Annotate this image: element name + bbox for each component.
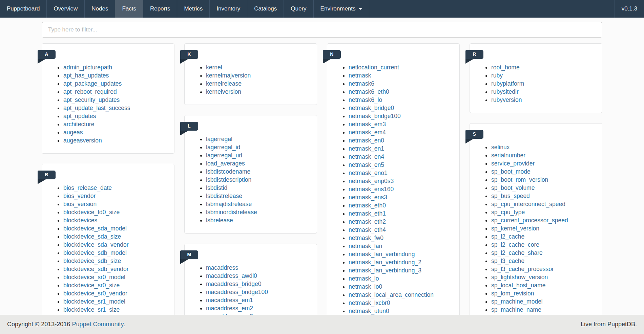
fact-link-bios_release_date[interactable]: bios_release_date — [63, 184, 112, 191]
fact-link-blockdevice_sr1_model[interactable]: blockdevice_sr1_model — [63, 298, 125, 305]
fact-link-rubyversion[interactable]: rubyversion — [491, 96, 522, 103]
fact-link-netmask_ens160[interactable]: netmask_ens160 — [349, 186, 394, 193]
fact-link-netmask_en5[interactable]: netmask_en5 — [349, 161, 384, 168]
fact-link-netmask_eth0[interactable]: netmask_eth0 — [349, 202, 386, 209]
fact-link-kernel[interactable]: kernel — [206, 64, 222, 71]
fact-link-netmask_eth4[interactable]: netmask_eth4 — [349, 226, 386, 233]
fact-link-blockdevice_fd0_size[interactable]: blockdevice_fd0_size — [63, 209, 120, 216]
fact-link-sp_boot_volume[interactable]: sp_boot_volume — [491, 184, 535, 191]
fact-link-rubyplatform[interactable]: rubyplatform — [491, 80, 524, 87]
fact-link-blockdevice_sdb_model[interactable]: blockdevice_sdb_model — [63, 249, 127, 256]
fact-link-lsbdistrelease[interactable]: lsbdistrelease — [206, 193, 242, 199]
fact-link-augeas[interactable]: augeas — [63, 129, 83, 136]
fact-link-sp_local_host_name[interactable]: sp_local_host_name — [491, 282, 546, 289]
fact-link-macaddress_em2[interactable]: macaddress_em2 — [206, 305, 253, 312]
puppet-community-link[interactable]: Puppet Community — [72, 321, 123, 328]
fact-link-sp_boot_mode[interactable]: sp_boot_mode — [491, 168, 531, 175]
fact-link-netmask_lxcbr0[interactable]: netmask_lxcbr0 — [349, 299, 390, 306]
fact-link-blockdevice_sdb_vendor[interactable]: blockdevice_sdb_vendor — [63, 266, 129, 272]
fact-link-bios_vendor[interactable]: bios_vendor — [63, 193, 96, 199]
fact-link-netmask_em3[interactable]: netmask_em3 — [349, 121, 386, 128]
fact-link-load_averages[interactable]: load_averages — [206, 160, 245, 167]
fact-link-kernelrelease[interactable]: kernelrelease — [206, 80, 242, 87]
fact-link-architecture[interactable]: architecture — [63, 121, 94, 128]
fact-link-lsbdistdescription[interactable]: lsbdistdescription — [206, 176, 251, 183]
fact-link-sp_l3_cache[interactable]: sp_l3_cache — [491, 258, 524, 264]
fact-link-blockdevice_sr0_size[interactable]: blockdevice_sr0_size — [63, 282, 120, 289]
fact-link-lagerregal[interactable]: lagerregal — [206, 136, 232, 142]
tab-nodes[interactable]: Nodes — [85, 0, 115, 18]
fact-link-netmask_bridge100[interactable]: netmask_bridge100 — [349, 113, 401, 119]
fact-link-netmask_eno1[interactable]: netmask_eno1 — [349, 170, 388, 176]
fact-link-netmask_local_area_connection[interactable]: netmask_local_area_connection — [349, 291, 434, 298]
fact-link-netmask_lan_verbindung_2[interactable]: netmask_lan_verbindung_2 — [349, 259, 421, 266]
fact-link-lsbrelease[interactable]: lsbrelease — [206, 217, 233, 224]
fact-link-netmask_eth1[interactable]: netmask_eth1 — [349, 210, 386, 217]
fact-link-blockdevice_sr0_vendor[interactable]: blockdevice_sr0_vendor — [63, 290, 127, 297]
fact-link-sp_boot_rom_version[interactable]: sp_boot_rom_version — [491, 176, 548, 183]
fact-link-sp_l2_cache_core[interactable]: sp_l2_cache_core — [491, 241, 539, 248]
fact-link-blockdevice_sr1_size[interactable]: blockdevice_sr1_size — [63, 306, 120, 313]
fact-link-augeasversion[interactable]: augeasversion — [63, 137, 102, 144]
fact-link-selinux[interactable]: selinux — [491, 144, 510, 151]
fact-link-apt_has_updates[interactable]: apt_has_updates — [63, 72, 109, 79]
fact-link-netmask_utun0[interactable]: netmask_utun0 — [349, 308, 389, 314]
fact-link-kernelmajversion[interactable]: kernelmajversion — [206, 72, 251, 79]
fact-link-netmask_enp0s3[interactable]: netmask_enp0s3 — [349, 178, 394, 184]
fact-link-netmask6_lo[interactable]: netmask6_lo — [349, 96, 382, 103]
fact-link-apt_updates[interactable]: apt_updates — [63, 113, 96, 119]
tab-inventory[interactable]: Inventory — [210, 0, 247, 18]
fact-link-blockdevice_sr0_model[interactable]: blockdevice_sr0_model — [63, 274, 125, 281]
fact-link-macaddress_bridge100[interactable]: macaddress_bridge100 — [206, 289, 268, 295]
fact-link-macaddress_awdl0[interactable]: macaddress_awdl0 — [206, 272, 257, 279]
tab-metrics[interactable]: Metrics — [177, 0, 210, 18]
fact-link-bios_version[interactable]: bios_version — [63, 201, 97, 207]
fact-link-netlocation_current[interactable]: netlocation_current — [349, 64, 399, 71]
tab-overview[interactable]: Overview — [47, 0, 85, 18]
fact-link-sp_lom_revision[interactable]: sp_lom_revision — [491, 290, 534, 297]
fact-link-netmask_em4[interactable]: netmask_em4 — [349, 129, 386, 136]
fact-link-macaddress_bridge0[interactable]: macaddress_bridge0 — [206, 281, 261, 287]
fact-link-sp_l2_cache_share[interactable]: sp_l2_cache_share — [491, 249, 543, 256]
fact-link-ruby[interactable]: ruby — [491, 72, 503, 79]
fact-link-lsbmajdistrelease[interactable]: lsbmajdistrelease — [206, 201, 252, 207]
filter-input[interactable] — [42, 22, 602, 38]
tab-query[interactable]: Query — [284, 0, 313, 18]
fact-link-kernelversion[interactable]: kernelversion — [206, 88, 241, 95]
fact-link-netmask_lo0[interactable]: netmask_lo0 — [349, 283, 382, 290]
fact-link-root_home[interactable]: root_home — [491, 64, 520, 71]
fact-link-netmask6_eth0[interactable]: netmask6_eth0 — [349, 88, 389, 95]
fact-link-netmask_lan_verbindung_3[interactable]: netmask_lan_verbindung_3 — [349, 267, 421, 274]
fact-link-netmask_lan_verbindung[interactable]: netmask_lan_verbindung — [349, 251, 415, 258]
fact-link-netmask_bridge0[interactable]: netmask_bridge0 — [349, 105, 394, 111]
fact-link-apt_security_updates[interactable]: apt_security_updates — [63, 96, 120, 103]
fact-link-blockdevice_sda_model[interactable]: blockdevice_sda_model — [63, 225, 127, 232]
fact-link-blockdevice_sda_size[interactable]: blockdevice_sda_size — [63, 233, 121, 240]
fact-link-sp_current_processor_speed[interactable]: sp_current_processor_speed — [491, 217, 568, 224]
fact-link-lsbdistcodename[interactable]: lsbdistcodename — [206, 168, 250, 175]
fact-link-lagerregal_id[interactable]: lagerregal_id — [206, 144, 240, 151]
fact-link-netmask_lo[interactable]: netmask_lo — [349, 275, 379, 282]
fact-link-serialnumber[interactable]: serialnumber — [491, 152, 525, 159]
brand-puppetboard[interactable]: Puppetboard — [0, 0, 47, 18]
fact-link-sp_machine_name[interactable]: sp_machine_name — [491, 306, 541, 313]
fact-link-netmask_en0[interactable]: netmask_en0 — [349, 137, 384, 144]
fact-link-blockdevice_sdb_size[interactable]: blockdevice_sdb_size — [63, 258, 121, 264]
tab-reports[interactable]: Reports — [143, 0, 178, 18]
fact-link-admin_picturepath[interactable]: admin_picturepath — [63, 64, 112, 71]
fact-link-netmask[interactable]: netmask — [349, 72, 371, 79]
fact-link-sp_cpu_interconnect_speed[interactable]: sp_cpu_interconnect_speed — [491, 201, 565, 207]
fact-link-netmask_eth2[interactable]: netmask_eth2 — [349, 218, 386, 225]
fact-link-lagerregal_url[interactable]: lagerregal_url — [206, 152, 242, 159]
fact-link-netmask_lan[interactable]: netmask_lan — [349, 243, 382, 249]
fact-link-lsbdistid[interactable]: lsbdistid — [206, 184, 227, 191]
fact-link-lsbminordistrelease[interactable]: lsbminordistrelease — [206, 209, 257, 216]
fact-link-rubysitedir[interactable]: rubysitedir — [491, 88, 519, 95]
fact-link-sp_lightshow_version[interactable]: sp_lightshow_version — [491, 274, 548, 281]
fact-link-apt_package_updates[interactable]: apt_package_updates — [63, 80, 122, 87]
fact-link-blockdevices[interactable]: blockdevices — [63, 217, 97, 224]
fact-link-service_provider[interactable]: service_provider — [491, 160, 535, 167]
fact-link-macaddress[interactable]: macaddress — [206, 264, 238, 271]
tab-facts[interactable]: Facts — [115, 0, 143, 18]
fact-link-apt_update_last_success[interactable]: apt_update_last_success — [63, 105, 130, 111]
